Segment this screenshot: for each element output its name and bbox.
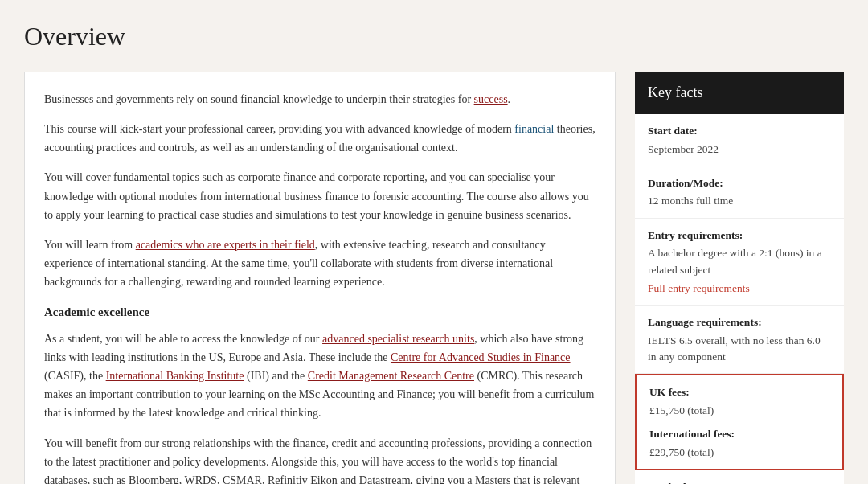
fact-start-date: Start date: September 2022	[635, 114, 844, 166]
ibi-link[interactable]: International Banking Institute	[106, 370, 244, 382]
fact-start-date-label: Start date:	[648, 122, 831, 140]
key-facts-header: Key facts	[635, 72, 844, 114]
casif-link[interactable]: Centre for Advanced Studies in Finance	[391, 351, 571, 363]
fact-work-placement-label: Work placement:	[648, 478, 831, 484]
international-fees-value: £29,750 (total)	[649, 445, 829, 461]
fact-work-placement: Work placement: No	[635, 470, 844, 484]
paragraph-3: You will cover fundamental topics such a…	[44, 168, 596, 224]
fact-duration: Duration/Mode: 12 months full time	[635, 166, 844, 219]
research-units-link[interactable]: advanced specialist research units	[322, 333, 474, 345]
fact-duration-value: 12 months full time	[648, 193, 831, 209]
fact-language-requirements: Language requirements: IELTS 6.5 overall…	[635, 306, 844, 374]
key-facts-body: Start date: September 2022 Duration/Mode…	[635, 114, 844, 484]
page-container: Overview Businesses and governments rely…	[0, 0, 868, 484]
cmrc-link[interactable]: Credit Management Research Centre	[308, 370, 474, 382]
uk-fees-value: £15,750 (total)	[649, 403, 829, 419]
academics-link[interactable]: academics who are experts in their field	[136, 239, 315, 251]
uk-fees-label: UK fees:	[649, 384, 829, 401]
paragraph-2: This course will kick-start your profess…	[44, 120, 596, 157]
success-link[interactable]: success	[474, 93, 508, 105]
academic-excellence-heading: Academic excellence	[44, 302, 596, 322]
fact-duration-label: Duration/Mode:	[648, 174, 831, 192]
page-title: Overview	[24, 16, 844, 57]
paragraph-6: You will benefit from our strong relatio…	[44, 434, 596, 485]
international-fees-label: International fees:	[649, 425, 829, 443]
fact-start-date-value: September 2022	[648, 142, 831, 158]
full-entry-requirements-link[interactable]: Full entry requirements	[648, 280, 831, 297]
paragraph-4: You will learn from academics who are ex…	[44, 236, 596, 291]
sidebar: Key facts Start date: September 2022 Dur…	[635, 72, 844, 484]
fact-language-label: Language requirements:	[648, 314, 831, 331]
fees-box: UK fees: £15,750 (total) International f…	[635, 374, 844, 470]
fact-entry-value: A bachelor degree with a 2:1 (hons) in a…	[648, 245, 831, 278]
fact-language-value: IELTS 6.5 overall, with no less than 6.0…	[648, 333, 831, 366]
main-layout: Businesses and governments rely on sound…	[24, 72, 844, 484]
paragraph-1: Businesses and governments rely on sound…	[44, 90, 596, 109]
fact-entry-label: Entry requirements:	[648, 227, 831, 244]
content-area: Businesses and governments rely on sound…	[24, 72, 616, 484]
paragraph-5: As a student, you will be able to access…	[44, 330, 596, 422]
fact-entry-requirements: Entry requirements: A bachelor degree wi…	[635, 219, 844, 306]
key-facts-title: Key facts	[648, 84, 702, 100]
